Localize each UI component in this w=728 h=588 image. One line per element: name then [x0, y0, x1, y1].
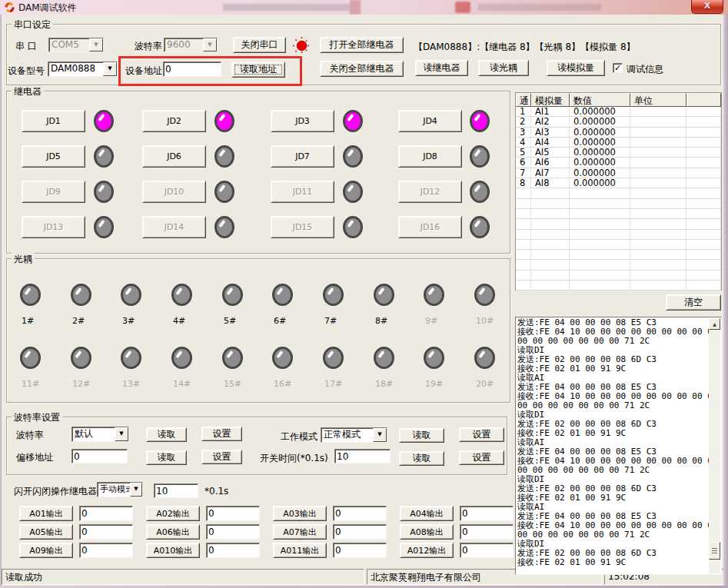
- offset-set-button[interactable]: 设置: [201, 450, 242, 464]
- table-header-单位[interactable]: 单位: [630, 93, 686, 107]
- relay-button-jd15[interactable]: JD15: [271, 216, 334, 238]
- relay-button-jd7[interactable]: JD7: [271, 145, 334, 168]
- clear-button[interactable]: 清空: [666, 294, 721, 311]
- table-header-模拟量[interactable]: 模拟量: [531, 93, 570, 107]
- ao-input-A02[interactable]: [206, 506, 260, 521]
- ao-button-A04[interactable]: A04输出: [400, 506, 454, 521]
- ao-button-A011[interactable]: A011输出: [273, 543, 327, 558]
- ao-button-A08[interactable]: A08输出: [400, 524, 454, 540]
- com-port-select[interactable]: COM5 ▼: [48, 38, 104, 52]
- table-cell: [570, 209, 630, 218]
- relay-button-jd13[interactable]: JD13: [22, 216, 85, 238]
- relay-led-jd8: [470, 145, 490, 168]
- table-header-数值[interactable]: 数值: [570, 93, 630, 107]
- table-cell: [570, 188, 630, 198]
- offset-read-button[interactable]: 读取: [146, 450, 187, 465]
- opto-label-10: 10#: [476, 316, 494, 326]
- offset-address-input[interactable]: [71, 449, 128, 463]
- table-header-通[interactable]: 通: [516, 93, 531, 107]
- titlebar-ghost: [455, 2, 470, 13]
- relay-button-jd9[interactable]: JD9: [22, 181, 85, 203]
- table-cell: [630, 188, 686, 198]
- ao-input-A01[interactable]: [79, 506, 133, 521]
- work-mode-read-button[interactable]: 读取: [399, 428, 444, 443]
- title-bar[interactable]: DAM调试软件 X: [0, 0, 728, 15]
- ao-button-A09[interactable]: A09输出: [19, 543, 73, 558]
- read-opto-button[interactable]: 读光耦: [478, 60, 529, 76]
- table-cell: [630, 168, 686, 178]
- close-serial-button[interactable]: 关闭串口: [233, 37, 286, 53]
- log-area[interactable]: 发送:FE 04 00 00 00 08 E5 C3接收:FE 04 10 00…: [515, 317, 722, 575]
- table-cell: [531, 219, 570, 228]
- baud-read-button[interactable]: 读取: [146, 427, 187, 442]
- relay-button-jd4[interactable]: JD4: [398, 110, 462, 132]
- flash-mode-select[interactable]: 手动模式 ▼: [97, 482, 143, 497]
- ao-input-A011[interactable]: [333, 543, 387, 558]
- relay-button-jd1[interactable]: JD1: [22, 110, 85, 132]
- flash-time-input[interactable]: [154, 483, 198, 498]
- table-cell: 0.000000: [570, 178, 630, 188]
- app-window: DAM调试软件 X 串口设定 串 口 COM5 ▼ 波特率 9600 ▼ 关闭串…: [0, 0, 728, 588]
- ao-input-A03[interactable]: [333, 506, 387, 521]
- device-model-select[interactable]: DAM0888 ▼: [48, 61, 118, 77]
- ao-input-A010[interactable]: [206, 543, 260, 558]
- baud-rate-select[interactable]: 9600 ▼: [164, 38, 218, 52]
- work-mode-set-button[interactable]: 设置: [459, 427, 504, 442]
- relay-button-jd12[interactable]: JD12: [398, 181, 462, 203]
- scroll-up-button[interactable]: ▲: [709, 318, 720, 330]
- relay-led-jd9: [94, 181, 114, 203]
- switch-time-input[interactable]: [334, 449, 391, 463]
- relay-button-jd8[interactable]: JD8: [398, 145, 462, 168]
- switch-time-read-button[interactable]: 读取: [399, 451, 444, 466]
- ao-input-A07[interactable]: [333, 524, 387, 540]
- read-analog-button[interactable]: 读模拟量: [547, 60, 605, 76]
- opto-label-2: 2#: [72, 316, 85, 326]
- log-line: 接收:FE 02 01 00 91 9C: [517, 364, 708, 374]
- log-line: 接收:FE 02 01 00 91 9C: [517, 493, 708, 503]
- baud-set-button[interactable]: 设置: [201, 427, 242, 441]
- table-cell: [686, 250, 721, 259]
- relay-button-jd11[interactable]: JD11: [271, 181, 334, 203]
- table-header-extra[interactable]: [686, 93, 721, 107]
- close-all-relays-button[interactable]: 关闭全部继电器: [320, 61, 404, 77]
- close-button[interactable]: X: [691, 0, 723, 14]
- scrollbar-thumb[interactable]: [709, 542, 720, 560]
- relay-button-jd3[interactable]: JD3: [271, 110, 334, 132]
- table-cell: AI6: [531, 158, 570, 167]
- baud-default-select[interactable]: 默认 ▼: [71, 427, 129, 442]
- ao-input-A04[interactable]: [460, 506, 514, 521]
- ao-input-A09[interactable]: [79, 543, 133, 558]
- ao-button-A02[interactable]: A02输出: [146, 506, 200, 521]
- log-scrollbar[interactable]: ▲: [709, 318, 720, 573]
- ao-button-A05[interactable]: A05输出: [19, 524, 73, 540]
- ao-button-A012[interactable]: A012输出: [400, 543, 454, 558]
- ao-button-A03[interactable]: A03输出: [273, 506, 327, 521]
- device-info-text: 【DAM0888】:【继电器 8】【光耦 8】【模拟量 8】: [414, 41, 636, 54]
- ao-button-A07[interactable]: A07输出: [273, 524, 327, 540]
- ao-button-A06[interactable]: A06输出: [146, 524, 200, 540]
- opto-led-15: [222, 347, 243, 369]
- switch-time-set-button[interactable]: 设置: [459, 450, 504, 465]
- open-all-relays-button[interactable]: 打开全部继电器: [320, 37, 404, 53]
- debug-info-checkbox[interactable]: ✓: [613, 63, 623, 73]
- table-row: [516, 209, 721, 219]
- chevron-down-icon: ▼: [130, 483, 142, 497]
- ao-input-A05[interactable]: [79, 524, 133, 540]
- work-mode-select[interactable]: 正常模式 ▼: [321, 427, 387, 443]
- baud-setting-label: 波特率: [16, 429, 44, 442]
- relay-button-jd14[interactable]: JD14: [142, 216, 206, 238]
- table-cell: [686, 219, 721, 228]
- ao-button-A010[interactable]: A010输出: [146, 543, 200, 558]
- table-row: 3AI30.000000: [516, 128, 721, 138]
- close-icon: X: [704, 1, 710, 11]
- read-relay-button[interactable]: 读继电器: [415, 60, 468, 76]
- ao-input-A08[interactable]: [460, 524, 514, 540]
- relay-button-jd5[interactable]: JD5: [22, 145, 85, 168]
- relay-button-jd6[interactable]: JD6: [142, 145, 206, 168]
- ao-button-A01[interactable]: A01输出: [19, 506, 73, 521]
- relay-button-jd2[interactable]: JD2: [142, 110, 206, 132]
- ao-input-A06[interactable]: [206, 524, 260, 540]
- ao-input-A012[interactable]: [460, 543, 514, 558]
- relay-button-jd16[interactable]: JD16: [398, 216, 462, 238]
- relay-button-jd10[interactable]: JD10: [142, 181, 206, 203]
